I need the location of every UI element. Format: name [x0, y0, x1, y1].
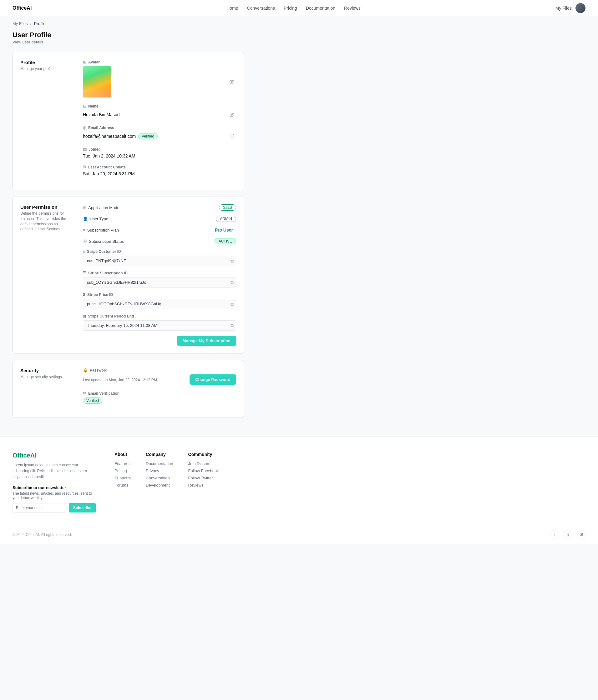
- stripe-customer-wrapper: ≡ Stripe Customer ID ⧉: [83, 249, 236, 266]
- footer-community-title: Community: [188, 452, 219, 457]
- footer-features-link[interactable]: Features: [115, 461, 131, 466]
- sub-plan-badge: Pro User: [212, 227, 236, 233]
- security-card: Security Manage security settings 🔒 Pass…: [13, 360, 244, 418]
- security-main: 🔒 Password Last update on Mon, Jan 22, 2…: [75, 360, 244, 418]
- email-icon: ◎: [83, 125, 86, 130]
- footer-development-link[interactable]: Development: [146, 483, 173, 488]
- profile-sidebar-title: Profile: [20, 60, 68, 65]
- footer-privacy-link[interactable]: Privacy: [146, 469, 173, 473]
- footer-top: OfficeAI Lorem ipsum dolor sit amet cons…: [13, 452, 585, 525]
- email-social-icon[interactable]: ✉: [577, 530, 585, 539]
- nav-home[interactable]: Home: [226, 6, 238, 10]
- email-verify-icon: ✉: [83, 391, 86, 396]
- manage-subscription-button[interactable]: Manage My Subscription: [177, 335, 236, 346]
- footer-brand-name: OfficeAI: [13, 452, 96, 459]
- footer-forums-link[interactable]: Forums: [115, 483, 131, 488]
- sub-plan-icon: ♥: [83, 228, 86, 232]
- nav-links: Home Conversations Pricing Documentation…: [226, 6, 361, 10]
- user-type-label: User Type: [90, 217, 108, 221]
- stripe-customer-input: [83, 256, 236, 266]
- email-verified-badge: Verified: [138, 133, 158, 140]
- avatar-photo: [83, 66, 111, 98]
- navbar-right: My Files: [555, 3, 585, 13]
- sub-status-icon: Ⓐ: [83, 239, 87, 244]
- email-edit-icon[interactable]: [228, 132, 236, 141]
- nav-reviews[interactable]: Reviews: [344, 6, 361, 10]
- main-content: Profile Manage your profile ⊞ Avatar: [0, 52, 257, 436]
- update-icon: ↻: [83, 165, 86, 169]
- footer-documentation-link[interactable]: Documentation: [146, 461, 173, 466]
- breadcrumb: My Files › Profile: [0, 16, 598, 28]
- twitter-social-icon[interactable]: 𝕏: [564, 530, 572, 539]
- footer-newsletter-title: Subscribe to our newsletter: [13, 485, 96, 490]
- footer-email-input[interactable]: [13, 503, 66, 512]
- password-icon: 🔒: [83, 368, 88, 373]
- security-sidebar-desc: Manage security settings: [20, 374, 68, 380]
- sub-status-badge: ACTIVE: [215, 238, 236, 244]
- permissions-card: User Permission Define the permissions f…: [13, 197, 244, 354]
- footer-pricing-link[interactable]: Pricing: [115, 469, 131, 473]
- app-mode-badge: SaaS: [219, 204, 236, 210]
- stripe-period-label: Stripe Current Period End: [88, 314, 134, 319]
- page-subtitle: View user details: [13, 40, 585, 44]
- permissions-sidebar: User Permission Define the permissions f…: [13, 197, 75, 353]
- breadcrumb-parent[interactable]: My Files: [13, 21, 27, 26]
- manage-sub-row: Manage My Subscription: [83, 335, 236, 346]
- brand-logo[interactable]: OfficeAI: [13, 5, 31, 11]
- avatar-field: ⊞ Avatar: [83, 60, 236, 98]
- profile-card: Profile Manage your profile ⊞ Avatar: [13, 52, 244, 190]
- joined-field: ▤ Joined Tue, Jan 2, 2024 10:32 AM: [83, 147, 236, 158]
- security-sidebar: Security Manage security settings: [13, 360, 75, 418]
- stripe-period-icon: ◷: [83, 314, 86, 319]
- avatar-edit-icon[interactable]: [228, 77, 236, 86]
- footer-company-title: Company: [146, 452, 173, 457]
- footer-about-title: About: [115, 452, 131, 457]
- stripe-customer-copy-icon[interactable]: ⧉: [231, 258, 234, 264]
- footer-supports-link[interactable]: Supports: [115, 476, 131, 480]
- footer-columns: About Features Pricing Supports Forums C…: [115, 452, 585, 512]
- avatar-label: Avatar: [88, 60, 100, 65]
- stripe-sub-copy-icon[interactable]: ⧉: [231, 280, 234, 285]
- sub-status-label: Subscription Status: [89, 239, 124, 244]
- my-files-link[interactable]: My Files: [555, 6, 572, 10]
- name-edit-icon[interactable]: [228, 110, 236, 119]
- footer-facebook-link[interactable]: Follow Facebook: [188, 469, 219, 473]
- nav-documentation[interactable]: Documentation: [306, 6, 335, 10]
- footer-company-col: Company Documentation Privacy Conversati…: [146, 452, 173, 512]
- user-type-icon: 👤: [83, 217, 88, 221]
- joined-icon: ▤: [83, 147, 87, 152]
- footer-subscribe-button[interactable]: Subscribe: [69, 503, 96, 512]
- user-type-row: 👤 User Type ADMIN: [83, 216, 236, 222]
- footer-discord-link[interactable]: Join Discord: [188, 461, 219, 466]
- nav-pricing[interactable]: Pricing: [284, 6, 297, 10]
- user-avatar[interactable]: [575, 3, 585, 13]
- footer-twitter-link[interactable]: Follow Twitter: [188, 476, 219, 480]
- password-last-update: Last update on Mon, Jan 22, 2024 12:12 P…: [83, 378, 157, 382]
- stripe-price-icon: S: [83, 293, 86, 297]
- email-verification-field: ✉ Email Verification Verified: [83, 391, 236, 404]
- sub-plan-row: ♥ Subscription Plan Pro User: [83, 227, 236, 233]
- email-verify-label: Email Verification: [88, 391, 119, 396]
- app-mode-icon: ⊞: [83, 205, 86, 210]
- password-label: Password: [90, 368, 107, 373]
- change-password-button[interactable]: Change Password: [190, 374, 236, 385]
- stripe-period-copy-icon[interactable]: ⧉: [231, 323, 234, 328]
- stripe-sub-label: Stripe Subscription ID: [88, 271, 127, 275]
- breadcrumb-separator: ›: [30, 21, 31, 26]
- footer-bottom: © 2024 OfficeAI. All rights reserved. f …: [13, 525, 585, 544]
- facebook-social-icon[interactable]: f: [550, 530, 559, 539]
- permissions-main: ⊞ Application Mode SaaS 👤 User Type ADMI…: [75, 197, 244, 353]
- joined-label: Joined: [89, 147, 101, 152]
- stripe-period-input: [83, 320, 236, 331]
- stripe-price-input: [83, 299, 236, 309]
- nav-conversations[interactable]: Conversations: [247, 6, 275, 10]
- avatar-icon: ⊞: [83, 60, 86, 65]
- footer-newsletter-form: Subscribe: [13, 503, 96, 512]
- page-title: User Profile: [13, 31, 585, 39]
- footer-conversation-link[interactable]: Conversation: [146, 476, 173, 480]
- name-icon: ⊟: [83, 104, 86, 108]
- stripe-price-copy-icon[interactable]: ⧉: [231, 301, 234, 306]
- footer-reviews-link[interactable]: Reviews: [188, 483, 219, 488]
- footer-brand-section: OfficeAI Lorem ipsum dolor sit amet cons…: [13, 452, 96, 512]
- footer-social: f 𝕏 ✉: [550, 530, 585, 539]
